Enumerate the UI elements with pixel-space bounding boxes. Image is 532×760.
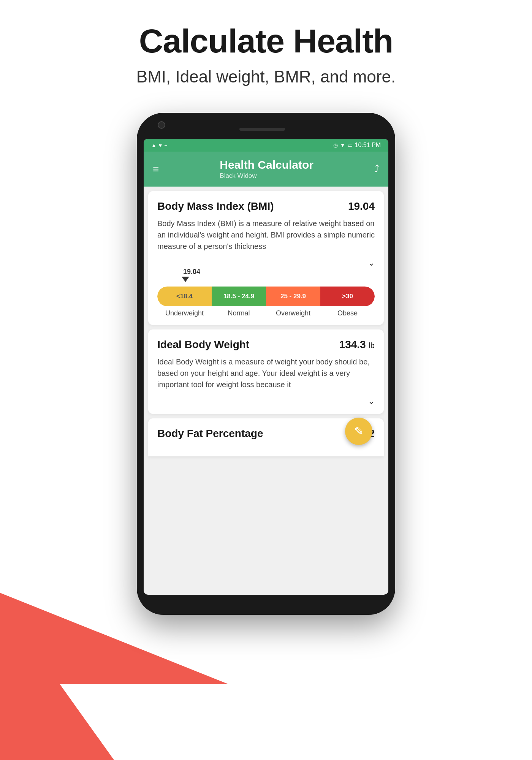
- signal-icon: ▲: [151, 142, 157, 148]
- bmi-label-obese: Obese: [320, 309, 375, 317]
- body-fat-card: Body Fat Percentage 2 ✎: [148, 418, 384, 456]
- alarm-icon: ◷: [333, 142, 338, 148]
- app-bar-title-area: Health Calculator Black Widow: [220, 158, 314, 180]
- ibw-card-title: Ideal Body Weight: [157, 339, 249, 351]
- page-title: Calculate Health: [139, 23, 393, 60]
- app-bar: ≡ Health Calculator Black Widow ⤴: [144, 152, 388, 187]
- phone-outer: ▲ ♥ ⌁ ◷ ▼ ▭ 10:51 PM ≡ Health Calc: [137, 113, 395, 615]
- bmi-pointer: [182, 277, 189, 282]
- page-content: Calculate Health BMI, Ideal weight, BMR,…: [0, 0, 532, 615]
- status-left: ▲ ♥ ⌁: [151, 142, 167, 148]
- bmi-normal-segment: 18.5 - 24.9: [212, 287, 266, 306]
- ibw-card-value: 134.3 lb: [339, 339, 375, 351]
- status-bar: ▲ ♥ ⌁ ◷ ▼ ▭ 10:51 PM: [144, 139, 388, 152]
- hamburger-icon[interactable]: ≡: [153, 163, 159, 175]
- phone-speaker: [239, 128, 285, 131]
- bmi-card-value: 19.04: [348, 200, 375, 212]
- phone-camera: [158, 121, 165, 129]
- bmi-expand-button[interactable]: ⌄: [157, 258, 375, 268]
- app-bar-subtitle: Black Widow: [220, 172, 314, 180]
- ibw-card-description: Ideal Body Weight is a measure of weight…: [157, 356, 375, 390]
- phone-notch-area: [144, 120, 388, 139]
- bmi-card-header: Body Mass Index (BMI) 19.04: [157, 200, 375, 212]
- bmi-card-description: Body Mass Index (BMI) is a measure of re…: [157, 218, 375, 252]
- status-time: 10:51 PM: [355, 142, 381, 149]
- edit-icon: ✎: [354, 424, 364, 438]
- bmi-bar: <18.4 18.5 - 24.9 25 - 29.9 >30: [157, 287, 375, 306]
- bmi-label-overweight: Overweight: [266, 309, 320, 317]
- phone-bottom-curve: [144, 595, 388, 608]
- phone-mockup: ▲ ♥ ⌁ ◷ ▼ ▭ 10:51 PM ≡ Health Calc: [137, 113, 395, 615]
- battery-icon: ▭: [348, 142, 353, 148]
- body-fat-card-header: Body Fat Percentage 2: [157, 428, 375, 440]
- bmi-category-labels: Underweight Normal Overweight Obese: [157, 309, 375, 317]
- wifi-icon: ▼: [340, 142, 345, 148]
- bmi-obese-segment: >30: [320, 287, 375, 306]
- bmi-label-underweight: Underweight: [157, 309, 212, 317]
- page-subtitle: BMI, Ideal weight, BMR, and more.: [136, 67, 396, 86]
- ibw-expand-button[interactable]: ⌄: [157, 396, 375, 406]
- ibw-card-header: Ideal Body Weight 134.3 lb: [157, 339, 375, 351]
- bmi-underweight-segment: <18.4: [157, 287, 212, 306]
- phone-screen: ▲ ♥ ⌁ ◷ ▼ ▭ 10:51 PM ≡ Health Calc: [144, 139, 388, 595]
- bmi-overweight-segment: 25 - 29.9: [266, 287, 320, 306]
- fab-edit-button[interactable]: ✎: [345, 418, 372, 445]
- bmi-chart-value: 19.04: [183, 268, 200, 276]
- bmi-card: Body Mass Index (BMI) 19.04 Body Mass In…: [148, 191, 384, 325]
- body-fat-card-title: Body Fat Percentage: [157, 428, 263, 440]
- ideal-body-weight-card: Ideal Body Weight 134.3 lb Ideal Body We…: [148, 329, 384, 414]
- usb-icon: ⌁: [164, 142, 167, 148]
- heart-icon: ♥: [159, 142, 162, 148]
- share-icon[interactable]: ⤴: [374, 163, 379, 175]
- status-right: ◷ ▼ ▭ 10:51 PM: [333, 142, 381, 149]
- bmi-value-row: 19.04: [157, 268, 375, 276]
- bmi-label-normal: Normal: [212, 309, 266, 317]
- app-bar-title: Health Calculator: [220, 158, 314, 171]
- bmi-card-title: Body Mass Index (BMI): [157, 200, 274, 212]
